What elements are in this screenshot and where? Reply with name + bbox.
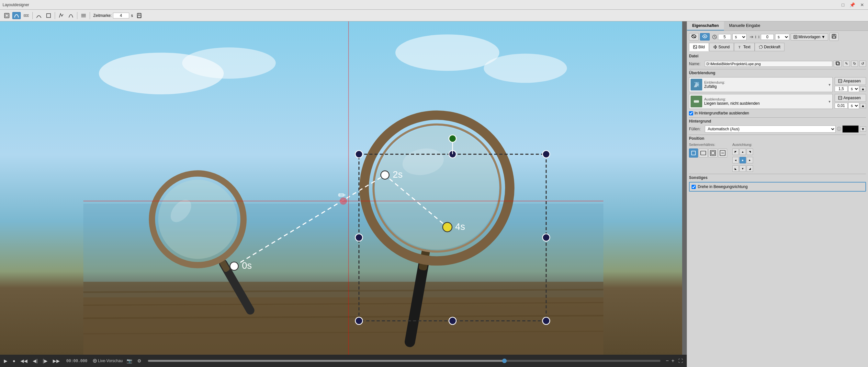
einblendung-select[interactable]: Einblendung: Zufällig ▼ bbox=[689, 77, 833, 92]
svg-rect-0 bbox=[4, 13, 9, 18]
eye-closed-button[interactable] bbox=[689, 33, 699, 40]
ausblendung-anpassen-button[interactable]: Anpassen bbox=[835, 94, 866, 102]
tab-manuelle-eingabe[interactable]: Manuelle Eingabe bbox=[724, 21, 765, 30]
einblendung-stepper-up[interactable]: ▲ bbox=[860, 86, 866, 91]
svg-point-56 bbox=[704, 36, 706, 37]
fuellen-select[interactable]: Automatisch (Aus) bbox=[705, 125, 836, 133]
time-input[interactable] bbox=[113, 12, 129, 19]
grid-tool[interactable] bbox=[22, 12, 30, 19]
bezier1-tool[interactable] bbox=[57, 12, 65, 19]
next-frame-button[interactable]: |▶ bbox=[41, 358, 49, 364]
drehe-label-container[interactable]: Drehe in Bewegungsrichtung bbox=[691, 185, 864, 189]
svg-rect-83 bbox=[692, 151, 695, 154]
time-label: Zeitmarke: bbox=[93, 13, 112, 18]
name-label: Name: bbox=[689, 62, 704, 66]
fill-info-button[interactable]: ⓘ bbox=[837, 126, 841, 132]
copy-path-button[interactable] bbox=[834, 60, 842, 67]
clear-button[interactable]: ↺ bbox=[859, 61, 866, 67]
position-header: Position bbox=[689, 136, 866, 141]
monitor-button[interactable]: 📷 bbox=[125, 358, 133, 364]
align-tl[interactable]: ◤ bbox=[732, 148, 739, 155]
bottom-bar: ▶ ● ◀◀ ◀| |▶ ▶▶ 00:00.000 Live-Vorschau … bbox=[0, 355, 687, 367]
play-button[interactable]: ▶ bbox=[3, 358, 9, 364]
svg-rect-86 bbox=[711, 151, 715, 154]
align-tc[interactable]: ▲ bbox=[740, 148, 746, 155]
fullscreen-button[interactable]: ⛶ bbox=[677, 358, 684, 364]
zoom-out-button[interactable]: − bbox=[665, 358, 669, 364]
align-mr[interactable]: ► bbox=[747, 157, 753, 163]
hintergrundfarbe-checkbox[interactable] bbox=[689, 111, 693, 115]
sub-tab-text[interactable]: T Text bbox=[734, 43, 755, 51]
ausblendung-stepper[interactable]: ▲ bbox=[860, 103, 866, 108]
select-tool[interactable] bbox=[3, 12, 11, 19]
svg-rect-4 bbox=[46, 13, 51, 18]
sv-btn-1[interactable] bbox=[689, 148, 698, 158]
sv-btn-4[interactable] bbox=[718, 148, 727, 158]
sonstiges-section: Drehe in Bewegungsrichtung bbox=[689, 182, 866, 192]
svg-rect-74 bbox=[837, 62, 839, 65]
settings-button[interactable]: ⚙ bbox=[136, 358, 143, 364]
close-button[interactable]: ✕ bbox=[859, 2, 865, 7]
rect-tool[interactable] bbox=[44, 12, 53, 19]
rec-button[interactable]: ● bbox=[11, 358, 17, 364]
einblendung-unit-select[interactable]: s bbox=[848, 86, 859, 92]
live-preview-button[interactable]: Live-Vorschau bbox=[93, 359, 123, 363]
pin-button[interactable]: 📌 bbox=[848, 2, 856, 7]
icon-control-row: s ms s ms Minivorlagen ▼ bbox=[689, 33, 866, 41]
sv-btn-3[interactable] bbox=[708, 148, 717, 158]
duration-input[interactable] bbox=[718, 34, 731, 40]
einblendung-duration-input[interactable] bbox=[835, 86, 847, 92]
path-tool[interactable] bbox=[12, 12, 21, 19]
edit-button[interactable]: ✎ bbox=[843, 61, 850, 67]
svg-rect-66 bbox=[795, 36, 797, 38]
anpassen1-label: Anpassen bbox=[843, 79, 861, 83]
sv-btn-2[interactable] bbox=[699, 148, 708, 158]
tab-eigenschaften[interactable]: Eigenschaften bbox=[687, 21, 724, 30]
duration-unit-select[interactable]: s ms bbox=[732, 34, 747, 40]
einblendung-anpassen-button[interactable]: Anpassen bbox=[835, 77, 866, 85]
sub-tab-sound[interactable]: Sound bbox=[709, 43, 734, 51]
file-path-input[interactable] bbox=[705, 61, 832, 67]
align-br[interactable]: ◢ bbox=[747, 165, 753, 172]
minimize-button[interactable]: □ bbox=[840, 2, 846, 7]
refresh-button[interactable]: ↻ bbox=[851, 61, 858, 67]
canvas-viewport[interactable]: 0s 2s ✏ 4s bbox=[0, 21, 687, 355]
save-button[interactable] bbox=[830, 33, 839, 41]
skip-back-button[interactable]: ◀◀ bbox=[19, 358, 29, 364]
ausblendung-select[interactable]: Ausblendung: Liegen lassen, nicht ausble… bbox=[689, 94, 833, 109]
align-tool[interactable] bbox=[79, 12, 88, 19]
timeline-thumb[interactable] bbox=[502, 359, 507, 363]
align-ml[interactable]: ◄ bbox=[732, 157, 739, 163]
scene-background bbox=[0, 21, 687, 355]
align-tr[interactable]: ◥ bbox=[747, 148, 753, 155]
skip-fwd-button[interactable]: ▶▶ bbox=[52, 358, 61, 364]
curve-tool[interactable] bbox=[35, 12, 43, 19]
timeline-track[interactable] bbox=[148, 360, 660, 362]
divider4 bbox=[689, 174, 866, 174]
sub-tab-bild[interactable]: Bild bbox=[689, 43, 709, 51]
ausblendung-duration-input[interactable] bbox=[835, 103, 847, 109]
offset-input[interactable] bbox=[761, 34, 774, 40]
panel-content: s ms s ms Minivorlagen ▼ bbox=[687, 31, 868, 367]
prev-frame-button[interactable]: ◀| bbox=[31, 358, 39, 364]
ausblendung-unit-select[interactable]: s bbox=[848, 103, 859, 109]
drehe-checkbox[interactable] bbox=[691, 185, 696, 189]
ueberblendung-header: Überblendung bbox=[689, 71, 866, 75]
align-bc[interactable]: ▼ bbox=[740, 165, 746, 172]
align-mc[interactable]: ■ bbox=[740, 157, 746, 163]
eye-open-button[interactable] bbox=[700, 33, 710, 40]
sep1 bbox=[32, 12, 33, 19]
zoom-in-button[interactable]: + bbox=[672, 358, 674, 364]
title-bar: Layoutdesigner □ 📌 ✕ bbox=[0, 0, 868, 10]
color-dropdown-btn[interactable]: ▼ bbox=[860, 126, 866, 132]
minivorlagen-button[interactable]: Minivorlagen ▼ bbox=[790, 33, 828, 40]
ausblendung-arrow: ▼ bbox=[828, 100, 831, 104]
sub-tab-deckkraft[interactable]: Deckkraft bbox=[755, 43, 785, 51]
save-layout-button[interactable] bbox=[135, 12, 144, 19]
offset-unit-select[interactable]: s ms bbox=[775, 34, 789, 40]
bezier2-tool[interactable] bbox=[67, 12, 75, 19]
align-bl[interactable]: ◣ bbox=[732, 165, 739, 172]
einblendung-arrow: ▼ bbox=[828, 83, 831, 87]
sep4 bbox=[90, 12, 90, 19]
color-picker-box[interactable] bbox=[842, 125, 859, 133]
